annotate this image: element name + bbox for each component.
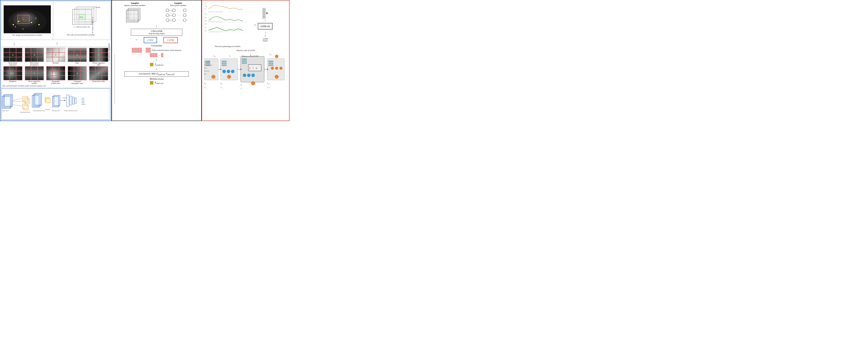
variables-grid-section: Mean annualtemperature Mean annualprecip… — [1, 47, 110, 88]
svg-text:Convolutional layer: Convolutional layer — [33, 110, 45, 112]
h-cell — [263, 12, 265, 14]
variables-grid: Mean annualtemperature Mean annualprecip… — [2, 48, 109, 84]
svg-text:·: · — [78, 98, 78, 101]
concatenate-label: Concatenate — [113, 44, 200, 47]
svg-text:0.3: 0.3 — [205, 27, 206, 28]
lstm-section-title: LSTM — [263, 38, 268, 40]
ts-chart-1: 0.8 0.75 0.7 2002 2004 2006 2008 2010 20… — [204, 3, 247, 12]
var-label-tri: Terrain ruggednessindex — [92, 62, 105, 66]
samples-row: Samples Spatial contextual variables Sam… — [113, 2, 200, 23]
lstm-cell-box: LSTM cell — [258, 23, 273, 30]
param-adjust-label: Parameter adjusting — [108, 43, 110, 61]
arrow-to-y-pred: ↓ — [156, 58, 157, 61]
svg-point-9 — [15, 26, 16, 27]
fc-bars-1: ··· — [132, 48, 150, 53]
var-img-roughness — [3, 66, 22, 80]
svg-text:Maturity: Maturity — [204, 70, 210, 72]
svg-text:·: · — [80, 98, 81, 101]
svg-text:Greenup: Greenup — [204, 61, 210, 63]
y-observed-row: Yobserved — [113, 81, 200, 85]
loss-label: Loss function: MSE (Ypredicted, Yobserve… — [139, 72, 174, 75]
middle-panel: Parameter adjusting Samples Spatial cont… — [112, 0, 202, 121]
var-img-temperature — [3, 48, 22, 62]
fc-bar — [132, 48, 134, 53]
lstm-box: LSTM — [163, 37, 178, 43]
arrow-from-lstm: ↑ — [265, 19, 266, 22]
fc-bar — [153, 53, 155, 57]
svg-text:0.75: 0.75 — [205, 6, 207, 7]
cnn-box: CNN — [144, 37, 157, 43]
svg-rect-42 — [24, 105, 29, 110]
loss-box: Loss function: MSE (Ypredicted, Yobserve… — [124, 71, 189, 77]
svg-marker-51 — [64, 100, 65, 101]
fc-row-1: ··· Fully-connected layers (with dropout… — [132, 48, 181, 53]
ts-nodes-svg: · · · · · · · · · — [164, 7, 192, 23]
lstm-cell-label: LSTM cell — [261, 25, 270, 27]
svg-text:o: o — [256, 66, 257, 69]
var-label-slope: Slope — [75, 62, 79, 64]
var-img-elevation — [46, 48, 65, 62]
ts-chart-2: 0.55 0.45 0.35 2002 2004 2006 2008 2010 … — [204, 13, 247, 22]
vars-caption: The environmental variables under select… — [2, 85, 109, 87]
svg-text:Peak: Peak — [204, 67, 208, 69]
y-predicted-label: Ypredicted — [155, 63, 163, 66]
right-top: 0.8 0.75 0.7 2002 2004 2006 2008 2010 20… — [203, 1, 288, 49]
svg-text:c: number of channels: c: number of channels — [94, 6, 100, 8]
svg-point-157 — [279, 67, 282, 70]
svg-text:ht+1: ht+1 — [267, 82, 270, 85]
terrain-map-section: Range of selected window size Sample poi… — [1, 1, 53, 40]
svg-point-92 — [183, 19, 186, 22]
cnn-lstm-row: ⇢ CNN LSTM — [113, 37, 200, 43]
ts-charts-area: 0.8 0.75 0.7 2002 2004 2006 2008 2010 20… — [204, 2, 251, 46]
svg-text:·: · — [179, 9, 180, 12]
svg-text:Fully-connected layer: Fully-connected layer — [64, 110, 78, 112]
cnn-lstm-model-box: CNN-LSTM deep learning model — [131, 29, 182, 36]
cnn-diagram: · · · F — [1, 88, 110, 120]
svg-text:ht-1: ht-1 — [220, 82, 223, 85]
svg-text:·: · — [177, 19, 178, 21]
parameter-adjust-line — [115, 54, 115, 103]
arrow-x-to-lstm: ↑ — [265, 31, 266, 34]
fc-bar — [134, 48, 136, 53]
svg-text:·: · — [181, 9, 181, 12]
svg-text:w: width of window size: w: width of window size — [73, 26, 90, 28]
svg-text:ct-1: ct-1 — [220, 86, 223, 88]
minimize-label: Minimize (Loss) — [113, 78, 200, 80]
svg-rect-135 — [242, 62, 247, 64]
left-panel: Range of selected window size Sample poi… — [0, 0, 112, 121]
model-sublabel: deep learning model — [133, 32, 180, 34]
svg-rect-53 — [66, 95, 69, 107]
svg-text:·: · — [181, 14, 181, 17]
svg-text:·: · — [179, 14, 180, 17]
svg-text:0.45: 0.45 — [205, 17, 207, 18]
svg-point-126 — [231, 70, 235, 73]
cnn-diagram-svg: · · · F — [1, 92, 111, 116]
svg-point-140 — [243, 73, 246, 77]
var-label-vrm: Vector ruggednessmeasure — [28, 81, 40, 84]
ts-nodes-visual: · · · · · · · · · — [164, 7, 192, 23]
svg-text:xt-1: xt-1 — [213, 55, 216, 58]
svg-point-155 — [271, 67, 274, 70]
svg-text:·: · — [177, 14, 178, 17]
h-vector — [263, 8, 265, 19]
svg-text:0.8: 0.8 — [205, 3, 206, 4]
svg-point-156 — [275, 67, 278, 70]
fc-bar — [148, 48, 151, 53]
var-img-tpi — [46, 66, 65, 80]
sample-point-label: Sample point — [39, 30, 48, 32]
svg-text:0.35: 0.35 — [205, 23, 207, 25]
list-item: Mean annualprecipitation — [24, 48, 45, 66]
svg-rect-151 — [269, 63, 273, 64]
arrow-to-model: ↓ — [113, 24, 200, 28]
svg-rect-47 — [46, 98, 50, 103]
lstm-cell-section: h ↑ LSTM cell ↑ x LSTM Flatten — [258, 8, 273, 42]
svg-text:Pooling: Pooling — [45, 109, 50, 110]
svg-point-91 — [183, 14, 186, 17]
svg-text:xt: xt — [229, 55, 230, 58]
svg-text:·: · — [79, 98, 80, 101]
svg-text:ht-2: ht-2 — [204, 82, 207, 85]
fc-row-2: ··· — [150, 53, 163, 57]
svg-rect-41 — [23, 104, 27, 109]
spatial-samples-label: Samples — [131, 2, 139, 4]
svg-point-11 — [35, 18, 36, 19]
